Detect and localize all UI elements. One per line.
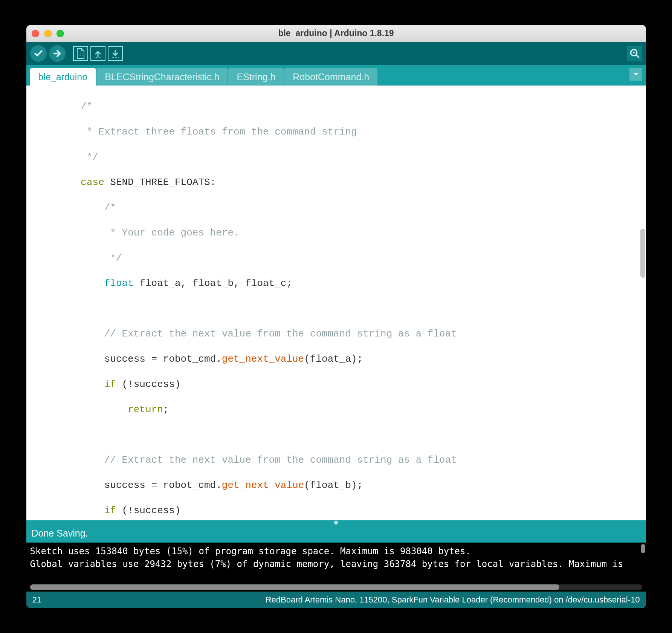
board-info: RedBoard Artemis Nano, 115200, SparkFun … <box>266 595 640 605</box>
tab-estring[interactable]: EString.h <box>228 68 284 86</box>
upload-button[interactable] <box>49 45 66 62</box>
serial-monitor-button[interactable] <box>627 46 642 61</box>
toolbar <box>26 42 646 65</box>
editor-scrollbar[interactable] <box>640 229 645 278</box>
check-icon <box>34 49 43 58</box>
status-message: Done Saving. <box>26 525 646 543</box>
tab-label: ble_arduino <box>38 72 88 83</box>
statusbar: 21 RedBoard Artemis Nano, 115200, SparkF… <box>26 592 646 608</box>
console-scrollbar-v[interactable] <box>641 544 645 553</box>
tab-dropdown-button[interactable] <box>629 68 642 81</box>
magnifier-icon <box>629 48 640 59</box>
open-sketch-button[interactable] <box>90 46 105 61</box>
console-scrollbar-h-area <box>26 583 646 592</box>
tab-label: EString.h <box>237 72 275 83</box>
tab-label: RobotCommand.h <box>293 72 369 83</box>
save-sketch-button[interactable] <box>108 46 123 61</box>
minimize-window-button[interactable] <box>44 30 52 37</box>
window-controls <box>32 30 64 37</box>
console-line: Sketch uses 153840 bytes (15%) of progra… <box>30 545 642 558</box>
zoom-window-button[interactable] <box>57 30 64 37</box>
tab-robotcommand[interactable]: RobotCommand.h <box>284 68 377 86</box>
window-title: ble_arduino | Arduino 1.8.19 <box>26 28 646 38</box>
close-window-button[interactable] <box>32 30 39 37</box>
tab-bar: ble_arduino BLECStringCharacteristic.h E… <box>26 65 646 86</box>
tab-blecstringcharacteristic[interactable]: BLECStringCharacteristic.h <box>96 68 228 86</box>
arrow-up-icon <box>93 49 102 58</box>
console-line: Global variables use 29432 bytes (7%) of… <box>30 558 642 570</box>
titlebar: ble_arduino | Arduino 1.8.19 <box>26 25 646 42</box>
arrow-down-icon <box>111 49 120 58</box>
code-editor[interactable]: /* * Extract three floats from the comma… <box>26 86 646 520</box>
line-number: 21 <box>32 595 41 605</box>
console-output[interactable]: Sketch uses 153840 bytes (15%) of progra… <box>26 543 646 583</box>
tab-ble-arduino[interactable]: ble_arduino <box>30 68 96 86</box>
code-content: /* * Extract three floats from the comma… <box>26 86 646 520</box>
new-sketch-button[interactable] <box>73 46 88 61</box>
svg-point-1 <box>633 52 635 54</box>
file-icon <box>76 48 85 59</box>
editor-console-splitter[interactable] <box>26 520 646 525</box>
chevron-down-icon <box>632 71 639 78</box>
console-scrollbar-h[interactable] <box>30 584 559 590</box>
arduino-ide-window: ble_arduino | Arduino 1.8.19 <box>26 25 646 608</box>
tab-label: BLECStringCharacteristic.h <box>105 72 219 83</box>
verify-button[interactable] <box>30 45 47 62</box>
arrow-right-icon <box>52 49 62 58</box>
